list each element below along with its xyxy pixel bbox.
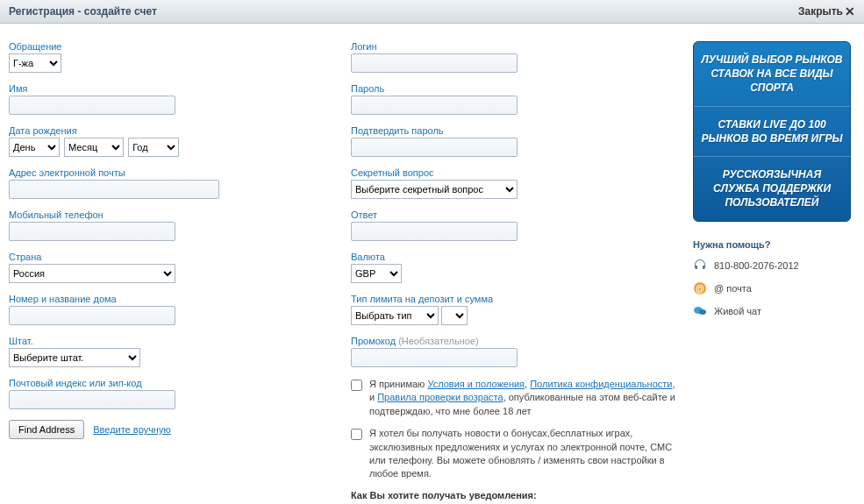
dob-label: Дата рождения	[9, 125, 333, 136]
name-label: Имя	[9, 83, 333, 94]
promo-item-1: ЛУЧШИЙ ВЫБОР РЫНКОВ СТАВОК НА ВСЕ ВИДЫ С…	[694, 42, 850, 107]
news-text: Я хотел бы получать новости о бонусах,бе…	[369, 427, 675, 481]
notif-header: Как Вы хотите получать уведомления:	[351, 490, 675, 500]
salutation-select[interactable]: Г-жа	[9, 53, 61, 73]
email-input[interactable]	[9, 180, 219, 199]
help-phone-text: 810-800-2076-2012	[714, 260, 799, 271]
terms-link[interactable]: Условия и положения	[427, 379, 525, 389]
manual-entry-link[interactable]: Введите вручную	[93, 424, 170, 435]
state-select[interactable]: Выберите штат.	[9, 348, 140, 367]
limit-type-select[interactable]: Выбрать тип	[351, 306, 439, 325]
currency-label: Валюта	[351, 252, 675, 262]
svg-point-3	[699, 309, 706, 315]
dob-year-select[interactable]: Год	[128, 138, 179, 157]
help-title: Нужна помощь?	[693, 239, 851, 250]
state-label: Штат.	[9, 336, 333, 346]
right-column: Логин Пароль Подтвердить пароль Секретны…	[351, 41, 693, 504]
currency-select[interactable]: GBP	[351, 264, 402, 283]
country-label: Страна	[9, 252, 333, 262]
name-input[interactable]	[9, 96, 175, 115]
close-button[interactable]: Закрыть ✕	[798, 4, 855, 18]
chat-icon	[693, 304, 707, 318]
answer-label: Ответ	[351, 209, 675, 220]
country-select[interactable]: Россия	[9, 264, 175, 283]
find-address-button[interactable]: Find Address	[9, 420, 84, 439]
dob-day-select[interactable]: День	[9, 138, 60, 157]
mail-icon: @	[693, 281, 707, 295]
answer-input[interactable]	[351, 222, 518, 241]
dob-month-select[interactable]: Месяц	[64, 138, 124, 157]
terms-checkbox[interactable]	[351, 380, 362, 391]
mobile-input[interactable]	[9, 222, 175, 241]
svg-text:@: @	[696, 284, 704, 294]
help-email-text: @ почта	[714, 283, 752, 294]
promo-item-3: РУССКОЯЗЫЧНАЯ СЛУЖБА ПОДДЕРЖКИ ПОЛЬЗОВАТ…	[694, 157, 850, 221]
confirm-input[interactable]	[351, 138, 518, 157]
promo-input[interactable]	[351, 348, 518, 367]
confirm-label: Подтвердить пароль	[351, 125, 675, 136]
postcode-label: Почтовый индекс или зип-код	[9, 378, 333, 388]
terms-text: Я принимаю Условия и положения, Политика…	[369, 378, 675, 418]
login-label: Логин	[351, 41, 675, 52]
titlebar: Регистрация - создайте счет Закрыть ✕	[0, 0, 864, 24]
age-verify-link[interactable]: Правила проверки возраста	[377, 392, 503, 402]
login-input[interactable]	[351, 53, 518, 73]
close-label: Закрыть	[798, 5, 843, 18]
mobile-label: Мобильный телефон	[9, 209, 333, 220]
promo-label: Промокод (Необязательное)	[351, 336, 675, 346]
password-label: Пароль	[351, 83, 675, 94]
window-title: Регистрация - создайте счет	[9, 5, 157, 18]
secret-q-select[interactable]: Выберите секретный вопрос	[351, 180, 518, 199]
sidebar: ЛУЧШИЙ ВЫБОР РЫНКОВ СТАВОК НА ВСЕ ВИДЫ С…	[693, 41, 851, 504]
limit-amount-select[interactable]	[441, 306, 468, 325]
help-phone-row[interactable]: 810-800-2076-2012	[693, 259, 851, 273]
help-chat-row[interactable]: Живой чат	[693, 304, 851, 318]
left-column: Обращение Г-жа Имя Дата рождения День Ме…	[9, 41, 351, 504]
house-input[interactable]	[9, 306, 175, 325]
promo-box: ЛУЧШИЙ ВЫБОР РЫНКОВ СТАВОК НА ВСЕ ВИДЫ С…	[693, 41, 851, 222]
limit-label: Тип лимита на депозит и сумма	[351, 294, 675, 304]
news-checkbox[interactable]	[351, 429, 362, 440]
house-label: Номер и название дома	[9, 294, 333, 304]
email-label: Адрес электронной почты	[9, 167, 333, 178]
headset-icon	[693, 259, 707, 273]
privacy-link[interactable]: Политика конфиденциальности	[530, 379, 672, 389]
content: Обращение Г-жа Имя Дата рождения День Ме…	[0, 24, 864, 504]
salutation-label: Обращение	[9, 41, 333, 52]
promo-item-2: СТАВКИ LIVE ДО 100 РЫНКОВ ВО ВРЕМЯ ИГРЫ	[694, 107, 850, 157]
help-box: Нужна помощь? 810-800-2076-2012 @ @ почт…	[693, 239, 851, 318]
postcode-input[interactable]	[9, 390, 175, 409]
help-email-row[interactable]: @ @ почта	[693, 281, 851, 295]
secret-q-label: Секретный вопрос	[351, 167, 675, 178]
help-chat-text: Живой чат	[714, 306, 761, 316]
password-input[interactable]	[351, 96, 518, 115]
close-icon: ✕	[845, 4, 855, 18]
